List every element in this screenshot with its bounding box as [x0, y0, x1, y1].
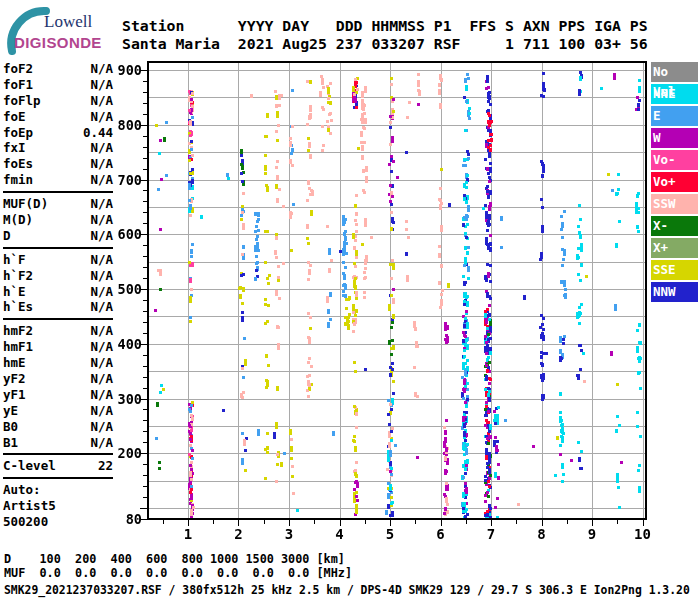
param-label: foE	[3, 109, 26, 125]
param-row-b1: B1N/A	[3, 435, 113, 451]
param-row-500200: 500200	[3, 514, 113, 530]
x-axis-tick-label: 6	[424, 526, 458, 542]
y-axis-tick-label: 80	[100, 511, 142, 527]
param-row-foes: foEsN/A	[3, 156, 113, 172]
param-label: Auto:	[3, 482, 41, 498]
x-axis-tick-label: 8	[525, 526, 559, 542]
param-row-b0: B0N/A	[3, 419, 113, 435]
legend-item-x-: X-	[651, 216, 698, 236]
param-row-hf: h`FN/A	[3, 252, 113, 268]
param-label: h`Es	[3, 299, 33, 315]
legend-item-ssw: SSW	[651, 194, 698, 214]
param-label: Artist5	[3, 498, 56, 514]
legend-item-w: W	[651, 128, 698, 148]
param-label: C-level	[3, 458, 56, 474]
digisonde-ionogram-screen: Lowell DIGISONDE Station YYYY DAY DDD HH…	[0, 0, 700, 600]
footer-info: SMK29_2021237033207.RSF / 380fx512h 25 k…	[4, 583, 690, 597]
param-label: foEs	[3, 156, 33, 172]
param-label: M(D)	[3, 212, 33, 228]
param-row-fxi: fxIN/A	[3, 140, 113, 156]
param-value: N/A	[90, 355, 113, 371]
param-label: B0	[3, 419, 18, 435]
legend-item-noval: No Val	[651, 62, 698, 82]
y-axis-tick-label: 500	[100, 281, 142, 297]
param-row-foe: foEN/A	[3, 109, 113, 125]
param-row-fof2: foF2N/A	[3, 61, 113, 77]
y-axis-tick-label: 200	[100, 445, 142, 461]
param-row-fof1: foF1N/A	[3, 77, 113, 93]
param-label: yF1	[3, 387, 26, 403]
param-row-hf2: h`F2N/A	[3, 268, 113, 284]
param-row-foep: foEp0.44	[3, 125, 113, 141]
header-field-names: Station YYYY DAY DDD HHMMSS P1 FFS S AXN…	[122, 17, 648, 35]
param-row-foflp: foFlpN/A	[3, 93, 113, 109]
param-label: MUF(D)	[3, 196, 48, 212]
param-value: N/A	[90, 140, 113, 156]
param-label: yE	[3, 403, 18, 419]
x-axis-tick-label: 3	[272, 526, 306, 542]
param-value: N/A	[90, 196, 113, 212]
param-value: N/A	[90, 156, 113, 172]
parameter-panel: foF2N/AfoF1N/AfoFlpN/AfoEN/AfoEp0.44fxIN…	[3, 61, 113, 530]
legend-item-e: E	[651, 106, 698, 126]
param-label: foF2	[3, 61, 33, 77]
param-row-mufd: MUF(D)N/A	[3, 196, 113, 212]
param-label: fmin	[3, 172, 33, 188]
param-value: N/A	[90, 77, 113, 93]
param-row-clevel: C-level22	[3, 458, 113, 474]
panel-divider	[3, 318, 113, 320]
param-row-hmf1: hmF1N/A	[3, 339, 113, 355]
legend-item-nne: NNE	[651, 84, 698, 104]
param-label: hmF2	[3, 323, 33, 339]
param-label: foEp	[3, 125, 33, 141]
param-label: hmF1	[3, 339, 33, 355]
y-axis-tick-label: 800	[100, 117, 142, 133]
ionogram-plot-canvas	[138, 58, 650, 530]
logo-digisonde-text: DIGISONDE	[14, 34, 102, 51]
param-label: B1	[3, 435, 18, 451]
param-label: fxI	[3, 140, 26, 156]
x-axis-tick-label: 9	[575, 526, 609, 542]
param-row-hme: hmEN/A	[3, 355, 113, 371]
legend-item-vo+: Vo+	[651, 172, 698, 192]
param-label: 500200	[3, 514, 48, 530]
param-row-d: DN/A	[3, 228, 113, 244]
x-axis-tick-label: 5	[373, 526, 407, 542]
param-value: N/A	[90, 93, 113, 109]
y-axis-tick-label: 600	[100, 226, 142, 242]
param-row-auto: Auto:	[3, 482, 113, 498]
lowell-digisonde-logo: Lowell DIGISONDE	[4, 4, 122, 58]
legend-item-vo-: Vo-	[651, 150, 698, 170]
y-axis-tick-label: 700	[100, 172, 142, 188]
param-value: N/A	[90, 299, 113, 315]
param-label: yF2	[3, 371, 26, 387]
y-axis-tick-label: 900	[100, 62, 142, 78]
param-row-yf1: yF1N/A	[3, 387, 113, 403]
x-axis-tick-label: 10	[626, 526, 660, 542]
param-row-yf2: yF2N/A	[3, 371, 113, 387]
legend-item-x+: X+	[651, 238, 698, 258]
param-row-ye: yEN/A	[3, 403, 113, 419]
x-axis-tick-label: 7	[474, 526, 508, 542]
param-label: foF1	[3, 77, 33, 93]
legend-item-sse: SSE	[651, 260, 698, 280]
param-row-md: M(D)N/A	[3, 212, 113, 228]
param-label: D	[3, 228, 11, 244]
header-field-values: Santa Maria 2021 Aug25 237 033207 RSF 1 …	[122, 35, 648, 53]
param-row-fmin: fminN/A	[3, 172, 113, 188]
param-value: N/A	[90, 419, 113, 435]
station-header: Station YYYY DAY DDD HHMMSS P1 FFS S AXN…	[122, 17, 648, 52]
param-value: N/A	[90, 371, 113, 387]
x-axis-tick-label: 4	[323, 526, 357, 542]
legend-item-nnw: NNW	[651, 282, 698, 302]
param-row-hmf2: hmF2N/A	[3, 323, 113, 339]
y-axis-tick-label: 300	[100, 391, 142, 407]
param-row-he: h`EN/A	[3, 284, 113, 300]
x-axis-tick-label: 1	[171, 526, 205, 542]
muf-row: MUF 0.0 0.0 0.0 0.0 0.0 0.0 0.0 0.0 [MHz…	[4, 566, 352, 580]
param-row-artist5: Artist5	[3, 498, 113, 514]
param-label: h`F2	[3, 268, 33, 284]
distance-row: D 100 200 400 600 800 1000 1500 3000 [km…	[4, 552, 345, 566]
param-row-hes: h`EsN/A	[3, 299, 113, 315]
y-axis-tick-label: 400	[100, 336, 142, 352]
